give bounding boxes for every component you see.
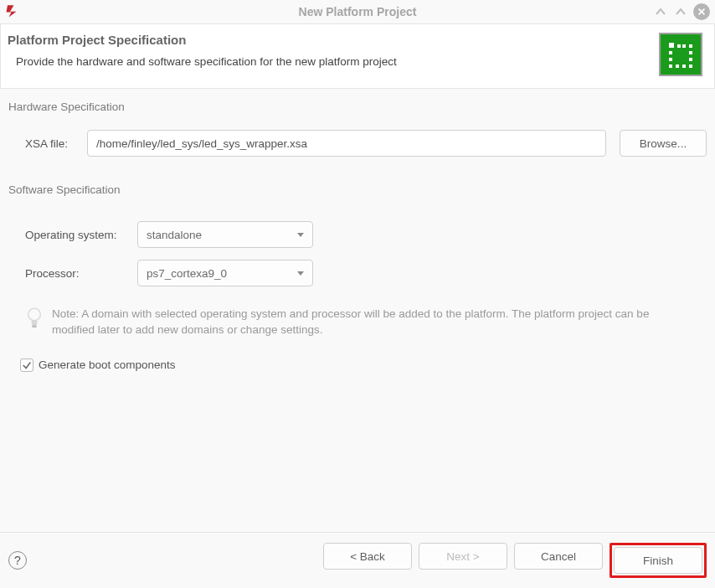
- browse-button[interactable]: Browse...: [620, 130, 707, 157]
- processor-select-value: ps7_cortexa9_0: [147, 267, 227, 280]
- maximize-icon[interactable]: [673, 4, 688, 19]
- generate-boot-label: Generate boot components: [39, 358, 176, 371]
- processor-label: Processor:: [25, 267, 137, 280]
- platform-icon: [659, 33, 702, 76]
- generate-boot-checkbox[interactable]: [20, 358, 33, 372]
- cancel-button[interactable]: Cancel: [514, 543, 603, 570]
- svg-rect-5: [682, 64, 686, 68]
- svg-rect-4: [676, 64, 679, 68]
- svg-rect-10: [682, 44, 686, 48]
- wizard-content: Hardware Specification XSA file: Browse.…: [0, 89, 715, 532]
- help-icon[interactable]: ?: [8, 551, 27, 570]
- chevron-down-icon: [297, 271, 304, 276]
- svg-rect-3: [669, 64, 672, 68]
- svg-rect-2: [669, 58, 672, 61]
- svg-rect-8: [689, 51, 692, 54]
- close-icon[interactable]: [693, 3, 710, 20]
- window-title: New Platform Project: [299, 5, 417, 18]
- finish-highlight: Finish: [610, 543, 707, 578]
- svg-rect-0: [669, 43, 674, 48]
- svg-rect-13: [32, 325, 37, 328]
- page-heading: Platform Project Specification: [8, 33, 651, 47]
- minimize-icon[interactable]: [653, 4, 668, 19]
- svg-rect-1: [669, 51, 672, 54]
- note-text: Note: A domain with selected operating s…: [52, 307, 688, 338]
- titlebar: New Platform Project: [0, 0, 715, 23]
- back-button[interactable]: < Back: [323, 543, 412, 570]
- wizard-footer: ? < Back Next > Cancel Finish: [0, 532, 715, 588]
- xsa-file-input[interactable]: [87, 130, 606, 157]
- os-select-value: standalone: [147, 229, 202, 241]
- hardware-section-label: Hardware Specification: [8, 101, 707, 113]
- chevron-down-icon: [297, 233, 304, 237]
- app-icon: [5, 3, 20, 21]
- os-select[interactable]: standalone: [137, 221, 313, 248]
- svg-rect-7: [689, 58, 692, 61]
- processor-select[interactable]: ps7_cortexa9_0: [137, 260, 313, 286]
- svg-rect-9: [689, 44, 692, 48]
- software-section-label: Software Specification: [8, 183, 707, 196]
- window-controls: [653, 3, 710, 20]
- svg-point-12: [28, 308, 41, 321]
- next-button: Next >: [419, 543, 507, 570]
- os-label: Operating system:: [25, 229, 137, 241]
- page-subtitle: Provide the hardware and software specif…: [8, 55, 651, 68]
- lightbulb-icon: [25, 307, 44, 333]
- wizard-header: Platform Project Specification Provide t…: [0, 23, 715, 89]
- svg-rect-6: [689, 64, 692, 68]
- finish-button[interactable]: Finish: [614, 547, 702, 574]
- svg-rect-11: [677, 44, 681, 48]
- xsa-file-label: XSA file:: [25, 137, 75, 150]
